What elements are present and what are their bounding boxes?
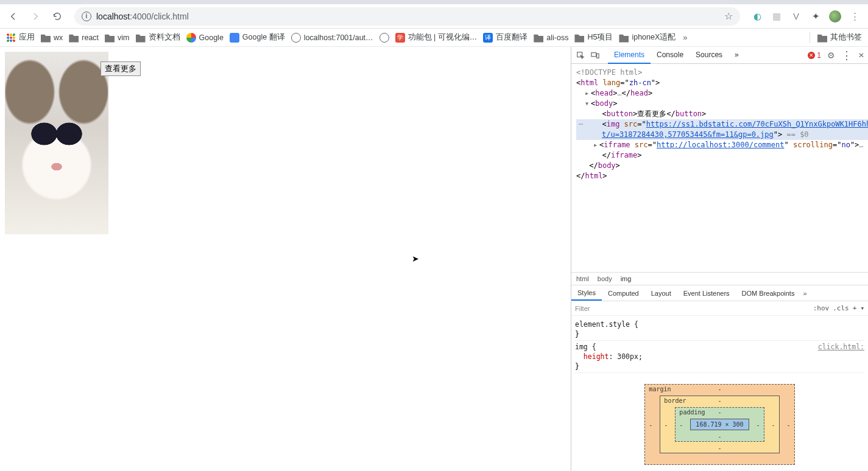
- bookmark-folder[interactable]: react: [69, 33, 99, 43]
- tab-styles[interactable]: Styles: [571, 286, 602, 301]
- cls-toggle[interactable]: .cls: [833, 304, 849, 312]
- extension-icon[interactable]: V: [790, 10, 802, 23]
- mouse-cursor-icon: ➤: [412, 254, 419, 263]
- svg-rect-1: [591, 52, 596, 56]
- body-node[interactable]: ▾<body>: [576, 99, 868, 109]
- bookmarks-bar: 应用 wx react vim 资料文档 Google Google 翻译 lo…: [0, 29, 868, 47]
- iframe-node[interactable]: ▸<iframe src="http://localhost:3000/comm…: [576, 140, 868, 150]
- url-text: localhost:4000/click.html: [96, 12, 189, 21]
- bookmark-folder[interactable]: H5项目: [574, 32, 613, 43]
- styles-tabs-more[interactable]: »: [803, 290, 806, 297]
- cat-image[interactable]: [5, 52, 108, 234]
- folder-icon: [41, 33, 51, 43]
- tab-computed[interactable]: Computed: [602, 287, 645, 300]
- inspect-element-icon[interactable]: [575, 50, 586, 61]
- bookmark-gtranslate[interactable]: Google 翻译: [230, 32, 285, 43]
- apps-icon: [6, 33, 16, 43]
- bookmark-apps[interactable]: 应用: [6, 32, 35, 43]
- bm-content: 168.719 × 300: [690, 419, 749, 430]
- google-icon: [186, 33, 196, 43]
- tab-elements[interactable]: Elements: [608, 47, 651, 64]
- crumb-body[interactable]: body: [598, 275, 612, 282]
- extension-icon[interactable]: ▦: [771, 10, 783, 23]
- folder-icon: [817, 33, 827, 43]
- styles-tabs: Styles Computed Layout Event Listeners D…: [571, 285, 868, 301]
- styles-filter-bar: Filter :hov .cls + ▾: [571, 301, 868, 316]
- tab-console[interactable]: Console: [651, 47, 690, 64]
- bookmark-link[interactable]: 学功能包 | 可视化编…: [395, 32, 478, 43]
- tab-sources[interactable]: Sources: [690, 47, 729, 64]
- bookmark-folder[interactable]: wx: [41, 33, 63, 43]
- tab-strip: [0, 0, 868, 4]
- styles-more-icon[interactable]: ▾: [860, 304, 864, 312]
- style-rules[interactable]: element.style {} click.html: img { heigh…: [571, 316, 868, 375]
- profile-avatar[interactable]: [829, 10, 841, 23]
- crumb-img[interactable]: img: [621, 275, 632, 282]
- browser-toolbar: i localhost:4000/click.html ☆ ◐ ▦ V ✦ ⋮: [0, 4, 868, 29]
- filter-input[interactable]: Filter: [575, 305, 590, 312]
- bookmark-folder[interactable]: 资料文档: [136, 32, 180, 43]
- folder-icon: [136, 33, 146, 43]
- bookmark-google[interactable]: Google: [186, 33, 224, 43]
- folder-icon: [619, 33, 629, 43]
- bm-margin-label: margin: [649, 386, 671, 392]
- tab-event-listeners[interactable]: Event Listeners: [677, 287, 736, 300]
- chrome-menu-icon[interactable]: ⋮: [849, 10, 861, 23]
- page-viewport: 查看更多 ➤: [0, 47, 571, 471]
- button-node[interactable]: <button>查看更多</button>: [576, 109, 868, 119]
- globe-icon: [291, 33, 301, 43]
- rule-img[interactable]: click.html: img { height: 300px;}: [575, 341, 864, 373]
- translate-icon: [230, 33, 239, 43]
- folder-icon: [69, 33, 79, 43]
- bookmark-folder[interactable]: ali-oss: [534, 33, 568, 43]
- bookmark-link[interactable]: 译百度翻译: [483, 32, 528, 43]
- extensions-menu-icon[interactable]: ✦: [810, 10, 822, 23]
- bookmark-folder[interactable]: vim: [105, 33, 129, 43]
- rule-source-link[interactable]: click.html:: [818, 342, 864, 352]
- folder-icon: [105, 33, 115, 43]
- box-model[interactable]: margin - - - border - - - padding - - -: [571, 375, 868, 471]
- tab-dom-breakpoints[interactable]: DOM Breakpoints: [736, 287, 801, 300]
- bookmark-other[interactable]: 其他书签: [817, 32, 862, 43]
- bookmark-link[interactable]: localhost:7001/aut…: [291, 33, 373, 43]
- rule-element-style[interactable]: element.style {}: [575, 318, 864, 341]
- bookmarks-overflow[interactable]: »: [683, 33, 687, 42]
- forward-button[interactable]: [26, 7, 45, 26]
- reload-icon: [52, 12, 62, 21]
- hov-toggle[interactable]: :hov: [813, 304, 830, 312]
- devtools-menu-icon[interactable]: ⋮: [841, 49, 852, 62]
- settings-icon[interactable]: ⚙: [827, 51, 835, 60]
- img-node[interactable]: ⋯ <img src="https://ss1.bdstatic.com/70c…: [576, 119, 868, 130]
- tabs-more[interactable]: »: [729, 47, 745, 64]
- svg-rect-2: [597, 54, 599, 58]
- close-devtools-icon[interactable]: ✕: [858, 51, 864, 60]
- reload-button[interactable]: [48, 7, 67, 26]
- elements-tree[interactable]: <!DOCTYPE html> <html lang="zh-cn"> ▸<he…: [571, 64, 868, 185]
- bookmark-star-icon[interactable]: ☆: [724, 10, 733, 22]
- arrow-left-icon: [9, 12, 18, 21]
- app-icon: 学: [395, 33, 405, 43]
- head-node[interactable]: ▸<head>…</head>: [576, 88, 868, 99]
- see-more-button[interactable]: 查看更多: [101, 61, 141, 76]
- folder-icon: [534, 33, 543, 43]
- tab-layout[interactable]: Layout: [645, 287, 677, 300]
- app-icon: 译: [483, 33, 493, 43]
- devtools-panel: Elements Console Sources » ✕1 ⚙ ⋮ ✕ <!DO…: [571, 47, 868, 471]
- crumb-html[interactable]: html: [576, 275, 589, 282]
- doctype-node[interactable]: <!DOCTYPE html>: [576, 68, 642, 77]
- extension-icon[interactable]: ◐: [751, 10, 763, 23]
- breadcrumb[interactable]: html body img: [571, 272, 868, 285]
- toolbar-extensions: ◐ ▦ V ✦ ⋮: [747, 10, 864, 23]
- devtools-toolbar: Elements Console Sources » ✕1 ⚙ ⋮ ✕: [571, 47, 868, 64]
- error-indicator[interactable]: ✕1: [808, 51, 821, 60]
- bm-padding-label: padding: [679, 409, 705, 416]
- bookmark-link[interactable]: [379, 33, 389, 43]
- address-bar[interactable]: i localhost:4000/click.html ☆: [74, 7, 740, 26]
- back-button[interactable]: [4, 7, 23, 26]
- globe-icon: [379, 33, 389, 43]
- arrow-right-icon: [30, 12, 40, 21]
- bookmark-folder[interactable]: iphoneX适配: [619, 32, 676, 43]
- site-info-icon[interactable]: i: [82, 12, 91, 21]
- new-rule-button[interactable]: +: [853, 304, 857, 312]
- device-toolbar-icon[interactable]: [590, 50, 601, 61]
